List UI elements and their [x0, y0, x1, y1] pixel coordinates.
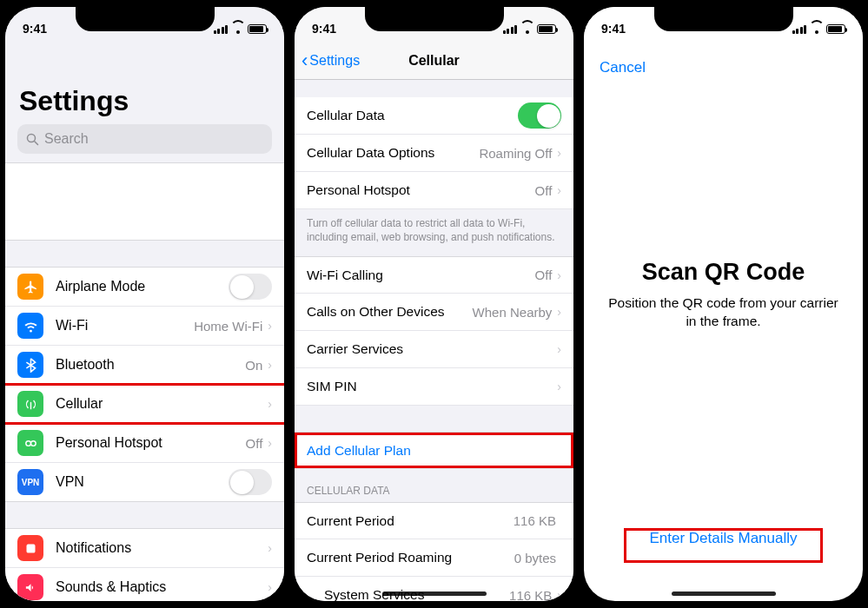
status-indicators — [792, 24, 846, 34]
notch — [365, 7, 504, 31]
wifi-icon — [231, 24, 244, 34]
search-icon — [26, 133, 39, 146]
airplane-icon — [17, 274, 43, 300]
current-period-label: Current Period — [307, 513, 514, 529]
status-time: 9:41 — [23, 22, 66, 36]
bluetooth-label: Bluetooth — [56, 357, 245, 373]
cellular-label: Cellular — [56, 396, 268, 412]
hotspot-label: Personal Hotspot — [307, 182, 535, 198]
wifi-icon — [17, 313, 43, 339]
battery-icon — [248, 24, 267, 34]
chevron-right-icon: › — [268, 397, 272, 411]
back-label: Settings — [309, 53, 360, 69]
row-sounds[interactable]: Sounds & Haptics › — [5, 568, 284, 601]
cellular-data-toggle[interactable] — [518, 102, 561, 129]
bluetooth-icon — [17, 352, 43, 378]
chevron-right-icon: › — [268, 541, 272, 555]
wifi-icon — [520, 24, 533, 34]
svg-point-0 — [28, 134, 36, 142]
chevron-right-icon: › — [557, 146, 561, 160]
airplane-label: Airplane Mode — [56, 279, 229, 294]
qr-subtitle: Position the QR code from your carrier i… — [584, 286, 863, 331]
row-airplane-mode[interactable]: Airplane Mode — [5, 268, 284, 307]
section-header-cellular-data: CELLULAR DATA — [295, 469, 573, 502]
row-add-cellular-plan[interactable]: Add Cellular Plan — [295, 432, 573, 469]
svg-rect-4 — [26, 544, 35, 552]
row-carrier-services[interactable]: Carrier Services › — [295, 331, 573, 368]
row-wifi[interactable]: Wi-Fi Home Wi-Fi › — [5, 307, 284, 346]
chevron-right-icon: › — [268, 436, 272, 450]
battery-icon — [537, 24, 556, 34]
wifi-icon — [810, 24, 823, 34]
signal-icon — [792, 24, 807, 34]
other-devices-label: Calls on Other Devices — [307, 304, 473, 320]
row-calls-other-devices[interactable]: Calls on Other Devices When Nearby › — [295, 294, 573, 331]
vpn-label: VPN — [56, 474, 229, 490]
current-period-value: 116 KB — [514, 513, 556, 528]
row-hotspot[interactable]: Personal Hotspot Off › — [5, 424, 284, 463]
status-indicators — [503, 24, 557, 34]
row-bluetooth[interactable]: Bluetooth On › — [5, 346, 284, 385]
roaming-value: 0 bytes — [514, 551, 556, 565]
battery-icon — [826, 24, 845, 34]
system-services-value: 116 KB — [509, 588, 552, 601]
bluetooth-value: On — [245, 358, 262, 373]
row-personal-hotspot[interactable]: Personal Hotspot Off › — [295, 172, 573, 209]
row-cellular-data-options[interactable]: Cellular Data Options Roaming Off › — [295, 135, 573, 172]
vpn-toggle[interactable] — [229, 469, 272, 495]
vpn-icon: VPN — [17, 469, 43, 495]
carrier-label: Carrier Services — [307, 341, 557, 357]
home-indicator[interactable] — [382, 591, 487, 596]
chevron-left-icon: ‹ — [301, 50, 308, 72]
cellular-icon — [17, 391, 43, 417]
row-notifications[interactable]: Notifications › — [5, 529, 284, 568]
qr-title: Scan QR Code — [584, 259, 863, 286]
search-input[interactable]: Search — [17, 124, 272, 154]
wifi-label: Wi-Fi — [56, 318, 194, 334]
row-wifi-calling[interactable]: Wi-Fi Calling Off › — [295, 256, 573, 294]
row-cellular-data[interactable]: Cellular Data — [295, 97, 573, 135]
chevron-right-icon: › — [557, 305, 561, 319]
signal-icon — [214, 24, 229, 34]
sounds-label: Sounds & Haptics — [56, 579, 268, 595]
cellular-data-label: Cellular Data — [307, 108, 518, 123]
notch — [654, 7, 793, 31]
row-sim-pin[interactable]: SIM PIN › — [295, 368, 573, 406]
search-placeholder: Search — [44, 131, 89, 147]
row-system-services[interactable]: System Services 116 KB › — [295, 577, 573, 601]
page-title: Cellular — [408, 53, 460, 69]
chevron-right-icon: › — [268, 580, 272, 594]
row-cellular[interactable]: Cellular › — [5, 385, 284, 424]
cancel-button[interactable]: Cancel — [584, 42, 863, 76]
row-current-period[interactable]: Current Period 116 KB — [295, 502, 573, 539]
status-time: 9:41 — [312, 22, 355, 36]
chevron-right-icon: › — [557, 588, 561, 601]
wifi-value: Home Wi-Fi — [194, 319, 262, 334]
wifi-calling-label: Wi-Fi Calling — [307, 268, 535, 283]
hotspot-label: Personal Hotspot — [56, 435, 246, 451]
row-vpn[interactable]: VPN VPN — [5, 463, 284, 502]
page-title: Settings — [5, 42, 284, 124]
row-current-period-roaming[interactable]: Current Period Roaming 0 bytes — [295, 539, 573, 577]
roaming-label: Current Period Roaming — [307, 550, 514, 565]
other-devices-value: When Nearby — [473, 305, 553, 320]
navbar: ‹ Settings Cellular — [295, 42, 573, 80]
hotspot-value: Off — [535, 183, 553, 198]
airplane-toggle[interactable] — [229, 274, 272, 300]
add-plan-label: Add Cellular Plan — [307, 443, 561, 459]
chevron-right-icon: › — [268, 358, 272, 372]
svg-point-3 — [30, 440, 36, 446]
notifications-icon — [17, 535, 43, 561]
cell-opts-label: Cellular Data Options — [307, 145, 479, 161]
hotspot-value: Off — [246, 436, 263, 451]
chevron-right-icon: › — [557, 342, 561, 356]
status-time: 9:41 — [601, 22, 645, 36]
home-indicator[interactable] — [672, 591, 776, 596]
notifications-label: Notifications — [56, 540, 268, 556]
wifi-calling-value: Off — [535, 268, 553, 282]
back-button[interactable]: ‹ Settings — [301, 42, 360, 79]
hotspot-icon — [17, 430, 43, 456]
svg-line-1 — [35, 141, 38, 144]
cell-opts-value: Roaming Off — [479, 146, 552, 161]
status-indicators — [214, 24, 268, 34]
